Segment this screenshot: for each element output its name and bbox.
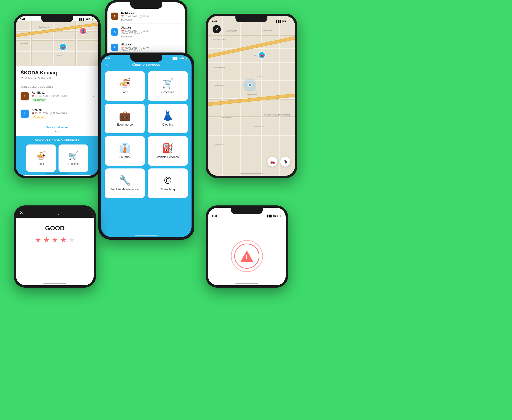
star-3[interactable]: ★ [52,236,58,244]
service-food-label: Food [121,90,128,94]
order-info-3: Alza.cz 📅 08. 02. 2018 🕐 11:40 Vlkova 9/… [121,43,178,52]
order-address-2: Vlkova 9/23, Praha 3 [121,32,178,35]
discover-card-groceries[interactable]: 🛒 Groceries [59,144,88,172]
phone-rating: ✕ Rating GOOD ★ ★ ★ ★ ★ [14,205,96,288]
service-something-icon: ©️ [164,176,171,185]
service-clothing-label: Clothing [162,123,173,126]
order-arrow-3: › [180,45,181,49]
map-location-button[interactable]: ◎ [280,157,290,167]
home-indicator [46,173,69,174]
home-indicator-6 [235,283,258,284]
star-1[interactable]: ★ [35,236,41,244]
order-arrow-2: › [180,30,181,34]
service-vehicle-label: Vehicle Services [157,155,178,159]
phone-cosmo-screen: 9:41 ▋▋▋ WiFi 🔋 × Cosmo services 🍜 Food … [101,55,192,237]
service-card-groceries[interactable]: 🛒 Groceries [148,71,188,101]
scroll-bar [132,232,160,233]
map-label-2: Na Břehu [21,42,28,44]
service-card-laundry[interactable]: 👔 Laundry [105,136,145,166]
vehicle-location: 📍 Pobřežní 35, Praha 8 [21,77,94,80]
service-card-vehicle-services[interactable]: ⛽ Vehicle Services [148,136,188,166]
see-all-link[interactable]: See all deliveries [21,126,94,129]
star-2[interactable]: ★ [43,236,50,244]
location-icon: 📍 [21,77,24,80]
map-close-button[interactable]: ✕ [213,25,221,33]
status-bar-4: 9:41 ▋▋▋ WiFi 🔋 [208,18,295,23]
map-label-1: Jan Paukert [39,26,49,28]
delivery-item-2[interactable]: A Alza.cz 📅 23. 05. 2018 🕐 12:00 – 18:00… [21,108,94,122]
map-view: Jan Paukert Na Břehu Karlín MFF UK 🚗 👤 [16,21,98,66]
phone-map-screen: Jan Paukert Na Břehu Rhôny Karlín MFF UK… [208,16,295,176]
rating-body: GOOD ★ ★ ★ ★ ★ [16,218,94,251]
battery-icon: 🔋 [92,18,94,21]
service-card-clothing[interactable]: 👗 Clothing [148,104,188,133]
phone-map: Jan Paukert Na Břehu Rhôny Karlín MFF UK… [206,14,297,178]
rating-close-button[interactable]: ✕ [20,210,23,215]
arrow-icon-2: › [93,112,94,116]
notch-6 [231,208,263,214]
time-icon: 🕐 14:00 – 16:00 [49,95,67,97]
service-laundry-icon: 👔 [119,143,131,153]
phone-rating-screen: ✕ Rating GOOD ★ ★ ★ ★ ★ [16,208,94,285]
map-background: Jan Paukert Na Břehu Rhôny Karlín MFF UK… [208,16,295,176]
service-groceries-icon: 🛒 [162,79,174,88]
star-4[interactable]: ★ [60,236,67,244]
order-info-2: Alza.cz 📅 02. 03. 2018 🕐 09:35 Vlkova 9/… [121,26,178,38]
home-indicator-3 [135,235,158,236]
alert-triangle-icon [240,250,253,262]
groceries-icon: 🛒 [68,151,79,160]
food-label: Food [38,162,44,165]
star-5[interactable]: ★ [69,236,75,244]
delivery-item-1[interactable]: R Rohlik.cz 📅 21. 05. 2018 🕐 14:00 – 16:… [21,91,94,105]
close-button[interactable]: × [106,62,108,67]
phone-alert-screen: 9:41 ▋▋▋ WiFi 🔋 [208,208,286,285]
order-address-3: Vlkova 9/23, Praha 3 [121,49,178,52]
map-label-karlin: Karlín [57,55,62,57]
rohlik-logo-2: R [111,13,118,20]
arrow-icon-1: › [93,94,94,98]
status-badge-2: Preparing [31,115,46,119]
service-vehicle-icon: ⛽ [162,143,174,153]
alert-body [208,217,286,285]
home-indicator-5 [43,283,66,284]
discover-card-food[interactable]: 🍜 Food [26,144,56,172]
notch-2 [130,2,162,9]
alert-circle-outer [231,240,263,272]
notch-3 [130,55,162,62]
dot-2 [58,131,59,132]
service-food-icon: 🍜 [119,79,131,88]
service-card-ecommerce[interactable]: 💼 Ecommerce [105,104,145,133]
phone-vehicle: 9:41 ▋▋▋ WiFi 🔋 Jan Paukert Na Břehu Kar… [14,14,101,178]
service-something-label: Something [161,188,175,191]
order-item-3[interactable]: A Alza.cz 📅 08. 02. 2018 🕐 11:40 Vlkova … [111,40,181,54]
signal-icon: ▋▋▋ [79,18,85,21]
service-maintenance-label: Vehicle Maintenance [111,188,139,191]
phone-cosmo: 9:41 ▋▋▋ WiFi 🔋 × Cosmo services 🍜 Food … [98,52,194,240]
rating-word: GOOD [21,225,89,232]
order-item-2[interactable]: A Alza.cz 📅 02. 03. 2018 🕐 09:35 Vlkova … [111,23,181,40]
rohlik-logo: R [21,92,29,100]
phone-alert: 9:41 ▋▋▋ WiFi 🔋 [206,205,288,288]
alert-circle-inner [234,244,259,269]
service-card-maintenance[interactable]: 🔧 Vehicle Maintenance [105,168,145,198]
status-badge-1: On its way [31,98,47,102]
service-ecommerce-icon: 💼 [119,111,131,120]
service-clothing-icon: 👗 [162,111,174,120]
wifi-icon: WiFi [86,18,91,21]
service-groceries-label: Groceries [161,90,174,94]
map-vehicle-button[interactable]: 🚗 [267,157,278,167]
service-card-food[interactable]: 🍜 Food [105,71,145,101]
star-rating: ★ ★ ★ ★ ★ [21,236,89,244]
user-pin: 👤 [79,27,87,35]
alza-logo-3: A [111,44,118,51]
service-maintenance-icon: 🔧 [119,176,131,185]
section-title: SCHEDULED DELIVERIES [21,86,94,88]
groceries-label: Groceries [67,162,79,165]
service-laundry-label: Laundry [120,155,130,159]
page-dots [21,131,94,132]
service-card-something[interactable]: ©️ Something [148,168,188,198]
status-icons-3: ▋▋▋ WiFi 🔋 [173,57,187,60]
order-item-1[interactable]: R Rohlik.cz 📅 10. 04. 2018 🕐 15:45 Deliv… [111,9,181,23]
user-location-dot [248,83,252,87]
vehicle-info: ŠKODA Kodiaq 📍 Pobřežní 35, Praha 8 [16,66,98,83]
